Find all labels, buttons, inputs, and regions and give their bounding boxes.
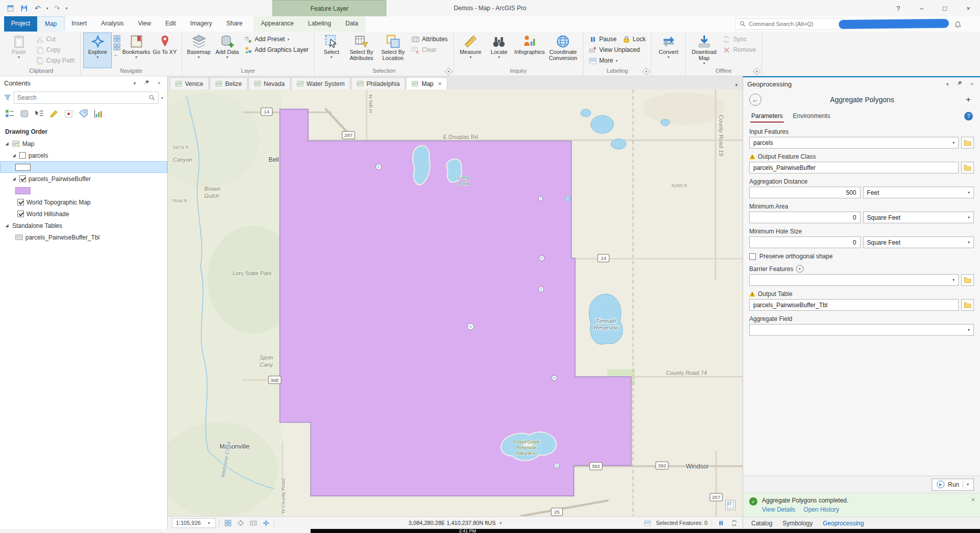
tab-appearance[interactable]: Appearance: [254, 16, 301, 32]
back-button[interactable]: ←: [749, 94, 761, 106]
parcels-visibility-checkbox[interactable]: [19, 152, 26, 159]
attributes-button[interactable]: Attributes: [409, 34, 450, 44]
save-project-button[interactable]: [19, 3, 29, 13]
list-by-selection-button[interactable]: [35, 109, 44, 120]
pause-labeling-button[interactable]: Pause: [587, 34, 619, 44]
lock-labels-button[interactable]: Lock: [620, 34, 648, 44]
tab-labeling[interactable]: Labeling: [301, 16, 338, 32]
output-table-input[interactable]: [749, 299, 959, 311]
grid-view-button[interactable]: [249, 518, 258, 527]
taskbar[interactable]: 2:41 PM: [311, 529, 980, 533]
measure-button[interactable]: Measure ▾: [457, 33, 484, 68]
pane-menu-caret[interactable]: ▾: [943, 81, 952, 87]
coordinate-readout[interactable]: 3,084,280.28E 1,410,237.80N ftUS ▾: [409, 520, 502, 526]
parcels-symbol-swatch[interactable]: [15, 164, 30, 171]
bookmarks-button[interactable]: Bookmarks ▾: [122, 33, 150, 68]
expander-icon[interactable]: ◢: [4, 141, 10, 146]
overview-map-button[interactable]: [725, 500, 736, 510]
download-map-button[interactable]: Download Map ▾: [689, 33, 719, 68]
search-options-caret[interactable]: ▾: [161, 96, 163, 100]
go-to-xy-button[interactable]: Go To XY: [151, 33, 178, 68]
tab-environments[interactable]: Environments: [792, 110, 831, 123]
bottom-tab-symbology[interactable]: Symbology: [778, 518, 816, 528]
tab-analysis[interactable]: Analysis: [94, 16, 131, 32]
list-by-editing-button[interactable]: [49, 109, 58, 120]
pane-pin-button[interactable]: [956, 80, 964, 87]
tab-parameters[interactable]: Parameters: [750, 110, 784, 123]
coordinate-conversion-button[interactable]: Coordinate Conversion: [546, 33, 580, 68]
add-to-model-button[interactable]: +: [963, 95, 974, 105]
refresh-button[interactable]: [729, 518, 739, 527]
tab-data[interactable]: Data: [338, 16, 365, 32]
contents-pin-button[interactable]: [143, 79, 151, 86]
tree-item-topographic[interactable]: World Topographic Map: [0, 196, 167, 208]
tree-item-map[interactable]: ◢ Map: [0, 138, 167, 150]
basemap-button[interactable]: Basemap ▾: [185, 33, 212, 68]
expander-icon[interactable]: ◢: [4, 223, 10, 228]
convert-button[interactable]: Convert ▾: [655, 33, 682, 68]
output-table-browse-button[interactable]: [961, 299, 974, 311]
bottom-tab-geoprocessing[interactable]: Geoprocessing: [819, 518, 868, 528]
minimum-area-input[interactable]: [749, 212, 861, 223]
view-unplaced-button[interactable]: View Unplaced: [587, 45, 648, 55]
close-button[interactable]: ×: [957, 0, 980, 16]
output-feature-class-input[interactable]: [749, 162, 959, 173]
undo-button[interactable]: ↶: [33, 3, 43, 13]
contents-search-box[interactable]: [14, 92, 159, 104]
tree-item-hillshade[interactable]: World Hillshade: [0, 208, 167, 220]
tool-help-button[interactable]: ?: [964, 112, 973, 121]
view-details-link[interactable]: View Details: [762, 506, 795, 513]
input-features-combo[interactable]: parcels▾: [749, 137, 959, 149]
tab-edit[interactable]: Edit: [158, 16, 183, 32]
copy-button[interactable]: Copy: [34, 45, 77, 55]
filter-icon[interactable]: [4, 94, 11, 101]
notifications-button[interactable]: [953, 19, 963, 29]
fixed-zoom-icon[interactable]: [113, 43, 120, 50]
view-tab-venice[interactable]: Venice: [170, 77, 209, 90]
input-features-browse-button[interactable]: [961, 137, 974, 149]
notification-close-icon[interactable]: ×: [971, 496, 975, 504]
chevron-down-icon[interactable]: ▾: [796, 265, 804, 273]
redo-button[interactable]: ↷: [52, 3, 62, 13]
add-data-button[interactable]: Add Data ▾: [213, 33, 241, 68]
list-by-snapping-button[interactable]: [64, 109, 73, 120]
contents-search-input[interactable]: [17, 94, 146, 101]
barrier-features-combo[interactable]: ▾: [749, 274, 959, 286]
tab-share[interactable]: Share: [219, 16, 250, 32]
tab-insert[interactable]: Insert: [65, 16, 94, 32]
tab-map[interactable]: Map: [37, 16, 64, 32]
minimum-hole-size-input[interactable]: [749, 236, 861, 248]
view-tab-nevada[interactable]: Nevada: [249, 77, 290, 90]
select-button[interactable]: Select ▾: [318, 33, 345, 68]
aggregate-field-combo[interactable]: ▾: [749, 324, 974, 336]
maximize-button[interactable]: □: [933, 0, 957, 16]
tab-overflow-caret[interactable]: ▾: [732, 82, 741, 90]
add-preset-button[interactable]: Add Preset▾: [242, 34, 311, 44]
list-by-labeling-button[interactable]: [79, 109, 88, 120]
sync-button[interactable]: Sync: [720, 34, 758, 44]
crosshair-button[interactable]: [236, 518, 245, 527]
north-arrow-button[interactable]: [261, 518, 270, 527]
minimum-area-unit-combo[interactable]: Square Feet▾: [863, 212, 974, 223]
cut-button[interactable]: Cut: [34, 34, 77, 44]
explore-button[interactable]: Explore ▾: [84, 33, 111, 68]
preserve-orthogonal-checkbox[interactable]: [749, 253, 756, 260]
tree-item-buffer-table[interactable]: parcels_PairwiseBuffer_Tbl: [0, 231, 167, 243]
previous-extent-icon[interactable]: ←: [113, 51, 120, 58]
tab-imagery[interactable]: Imagery: [183, 16, 219, 32]
tree-item-parcels[interactable]: ◢ parcels: [0, 150, 167, 161]
full-extent-icon[interactable]: [113, 35, 120, 42]
close-tab-icon[interactable]: ×: [438, 80, 442, 87]
view-tab-water-system[interactable]: Water System: [291, 77, 350, 90]
expander-icon[interactable]: ◢: [11, 176, 17, 181]
undo-caret[interactable]: ▾: [46, 6, 48, 11]
snap-toggle-button[interactable]: [223, 518, 232, 527]
barrier-features-browse-button[interactable]: [961, 274, 974, 286]
expander-icon[interactable]: ◢: [11, 153, 17, 158]
contents-menu-caret[interactable]: ▾: [131, 80, 139, 86]
offline-dialog-launcher[interactable]: ▾: [753, 68, 761, 76]
selection-chip-button[interactable]: [642, 518, 652, 527]
open-history-link[interactable]: Open History: [804, 506, 839, 513]
list-by-charts-button[interactable]: [94, 109, 103, 120]
tree-item-standalone-tables[interactable]: ◢ Standalone Tables: [0, 220, 167, 231]
